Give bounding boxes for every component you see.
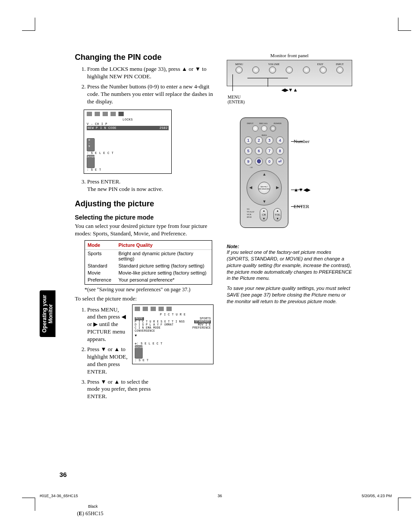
- note-block: Note: If you select one of the factory-s…: [227, 244, 352, 305]
- mode-intro: You can select your desired picture type…: [75, 223, 214, 238]
- imposition-footer: #01E_34-36_65HC15365/20/05, 4:23 PM: [40, 494, 392, 498]
- select-intro: To select the picture mode:: [75, 295, 214, 303]
- page-content: Changing the PIN code From the LOCKS men…: [75, 53, 352, 403]
- note-heading: Note:: [227, 244, 352, 249]
- arrows-label: ◀▶▼▲: [227, 87, 352, 93]
- color-plate: Black: [88, 504, 98, 509]
- step: Press ▼ or ▲ to select the mode you pref…: [87, 378, 153, 401]
- page-number: 36: [59, 471, 67, 478]
- note-text: To save your new picture quality setting…: [227, 285, 352, 305]
- footnote: *(see "Saving your new preferences" on p…: [85, 286, 214, 293]
- section-tab: Operating your Monitor: [40, 290, 55, 337]
- heading-picture: Adjusting the picture: [75, 199, 214, 209]
- label-enter: ENTER: [294, 204, 309, 209]
- heading-pin: Changing the PIN code: [75, 53, 214, 62]
- step: Press ENTER. The new PIN code is now act…: [87, 178, 214, 193]
- menu-enter-label: MENU (ENTER): [228, 95, 352, 104]
- monitor-panel-figure: MENUVOLUMEEXITINPUT: [227, 60, 352, 86]
- picture-mode-table: ModePicture Quality SportsBright and dyn…: [85, 240, 212, 285]
- label-arrows: ▲▼◀▶: [294, 187, 310, 192]
- label-number: Number: [294, 139, 309, 144]
- pin-steps: From the LOCKS menu (page 33), press ▲ o…: [75, 66, 214, 105]
- panel-label: Monitor front panel: [227, 53, 352, 58]
- doc-id: (E) 65HC15: [77, 510, 103, 517]
- subheading-mode: Selecting the picture mode: [75, 214, 214, 221]
- note-text: If you select one of the factory-set pic…: [227, 249, 352, 282]
- step: From the LOCKS menu (page 33), press ▲ o…: [87, 66, 214, 81]
- step: Press the Number buttons (0-9) to enter …: [87, 83, 214, 106]
- remote-figure: INPUTRECALLPOWER INFO 123 456 789 ⓿0⏎ +1…: [227, 117, 352, 228]
- osd-locks: LOCKS V - CH I P NEW P I N CODE2502 0 – …: [84, 110, 172, 174]
- osd-picture: P I C T U R E MODESPORTS P I C T U R E S…: [132, 304, 214, 364]
